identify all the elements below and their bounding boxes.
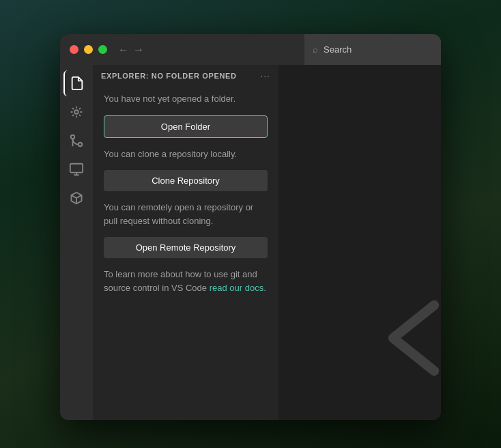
sidebar-content: You have not yet opened a folder. Open F… xyxy=(93,87,278,305)
content-area: EXPLORER: NO FOLDER OPENED ··· You have … xyxy=(60,65,441,420)
sidebar-header: EXPLORER: NO FOLDER OPENED ··· xyxy=(93,65,278,87)
nav-arrows: ← → xyxy=(118,44,144,55)
search-icon: ⌕ xyxy=(313,44,318,55)
activity-bar xyxy=(60,65,93,420)
vscode-watermark xyxy=(373,297,441,379)
app-window: ← → ⌕ Search xyxy=(60,34,441,420)
svg-point-2 xyxy=(71,135,75,139)
titlebar: ← → ⌕ Search xyxy=(60,34,441,65)
svg-point-0 xyxy=(74,110,78,114)
activity-item-explorer[interactable] xyxy=(63,70,89,96)
no-folder-description: You have not yet opened a folder. xyxy=(104,92,268,106)
activity-item-remote[interactable] xyxy=(63,156,89,182)
forward-arrow-icon[interactable]: → xyxy=(133,44,144,55)
docs-link[interactable]: read our docs xyxy=(210,283,264,293)
clone-repository-button[interactable]: Clone Repository xyxy=(104,170,268,191)
close-button[interactable] xyxy=(70,45,78,54)
activity-item-extensions[interactable] xyxy=(63,185,89,211)
maximize-button[interactable] xyxy=(98,45,107,54)
svg-rect-3 xyxy=(70,164,83,173)
minimize-button[interactable] xyxy=(84,45,93,54)
clone-description: You can clone a repository locally. xyxy=(104,148,268,161)
svg-point-1 xyxy=(78,143,83,147)
sidebar-menu-icon[interactable]: ··· xyxy=(260,70,270,81)
back-arrow-icon[interactable]: ← xyxy=(118,44,129,55)
search-label: Search xyxy=(324,44,352,55)
docs-text-after: . xyxy=(263,283,266,293)
traffic-lights xyxy=(60,45,107,54)
open-folder-button[interactable]: Open Folder xyxy=(104,115,268,138)
open-remote-repository-button[interactable]: Open Remote Repository xyxy=(104,237,268,258)
sidebar-title: EXPLORER: NO FOLDER OPENED xyxy=(101,72,237,80)
docs-description: To learn more about how to use git and s… xyxy=(104,268,268,294)
sidebar: EXPLORER: NO FOLDER OPENED ··· You have … xyxy=(93,65,278,420)
activity-item-debug[interactable] xyxy=(63,99,89,125)
remote-description: You can remotely open a repository or pu… xyxy=(104,201,268,227)
activity-item-source-control[interactable] xyxy=(63,128,89,154)
editor-area xyxy=(278,65,441,420)
search-bar[interactable]: ⌕ Search xyxy=(304,34,441,65)
